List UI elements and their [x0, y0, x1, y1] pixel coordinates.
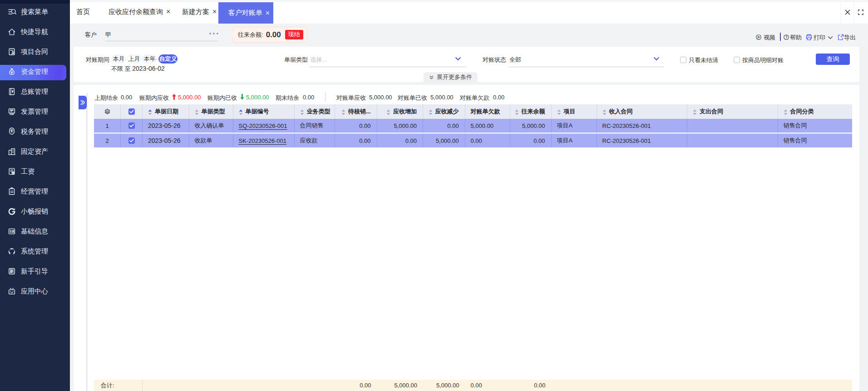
svg-text:新: 新 [10, 269, 14, 274]
